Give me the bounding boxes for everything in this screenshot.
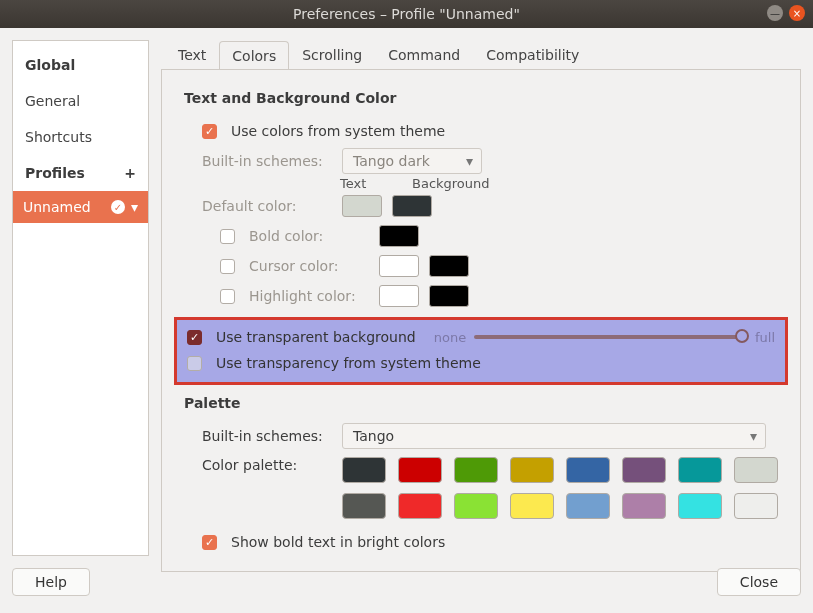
use-transparent-bg-checkbox[interactable]: ✓: [187, 330, 202, 345]
use-system-colors-row[interactable]: ✓ Use colors from system theme: [184, 116, 778, 146]
highlight-color-checkbox[interactable]: ✓: [220, 289, 235, 304]
minimize-button[interactable]: —: [767, 5, 783, 21]
built-in-schemes-label: Built-in schemes:: [202, 153, 332, 169]
palette-color[interactable]: [510, 457, 554, 483]
palette-color[interactable]: [622, 457, 666, 483]
color-palette-label: Color palette:: [202, 457, 332, 473]
slider-full-label: full: [755, 330, 775, 345]
window-buttons: — ×: [767, 5, 805, 21]
palette-row-2: [342, 493, 778, 519]
tab-colors[interactable]: Colors: [219, 41, 289, 70]
transparency-slider[interactable]: [474, 335, 747, 339]
palette-color[interactable]: [454, 493, 498, 519]
transparency-slider-thumb[interactable]: [735, 329, 749, 343]
column-header-background: Background: [412, 176, 490, 191]
use-system-colors-label: Use colors from system theme: [231, 123, 445, 139]
add-profile-button[interactable]: +: [124, 165, 136, 181]
tab-bar: Text Colors Scrolling Command Compatibil…: [161, 40, 801, 69]
cursor-text-color[interactable]: [379, 255, 419, 277]
use-transparent-bg-label: Use transparent background: [216, 329, 416, 345]
palette-scheme-dropdown[interactable]: Tango: [342, 423, 766, 449]
palette-color[interactable]: [510, 493, 554, 519]
cursor-bg-color[interactable]: [429, 255, 469, 277]
profile-menu-chevron-icon[interactable]: ▾: [131, 199, 138, 215]
bold-color-swatch[interactable]: [379, 225, 419, 247]
palette-color[interactable]: [342, 457, 386, 483]
use-transparent-bg-row[interactable]: ✓ Use transparent background none full: [187, 324, 775, 350]
active-profile-label: Unnamed: [23, 199, 91, 215]
palette-section-title: Palette: [184, 395, 778, 411]
use-transparency-theme-checkbox[interactable]: ✓: [187, 356, 202, 371]
use-system-colors-checkbox[interactable]: ✓: [202, 124, 217, 139]
palette-color[interactable]: [342, 493, 386, 519]
profile-check-icon: ✓: [111, 200, 125, 214]
palette-color[interactable]: [566, 493, 610, 519]
colors-panel: Text and Background Color ✓ Use colors f…: [161, 69, 801, 572]
sidebar: Global General Shortcuts Profiles + Unna…: [12, 40, 149, 556]
highlight-bg-color[interactable]: [429, 285, 469, 307]
palette-scheme-label: Built-in schemes:: [202, 428, 332, 444]
default-bg-color[interactable]: [392, 195, 432, 217]
transparency-highlight-box: ✓ Use transparent background none full ✓…: [174, 317, 788, 385]
palette-color[interactable]: [566, 457, 610, 483]
tab-text[interactable]: Text: [165, 40, 219, 69]
slider-none-label: none: [434, 330, 466, 345]
text-bg-section-title: Text and Background Color: [184, 90, 778, 106]
built-in-schemes-dropdown[interactable]: Tango dark: [342, 148, 482, 174]
close-button[interactable]: Close: [717, 568, 801, 596]
palette-color[interactable]: [678, 457, 722, 483]
show-bold-bright-row[interactable]: ✓ Show bold text in bright colors: [184, 527, 778, 557]
bold-color-label: Bold color:: [249, 228, 369, 244]
palette-color[interactable]: [734, 457, 778, 483]
use-transparency-theme-row[interactable]: ✓ Use transparency from system theme: [187, 350, 775, 376]
window-title: Preferences – Profile "Unnamed": [293, 6, 520, 22]
highlight-text-color[interactable]: [379, 285, 419, 307]
tab-scrolling[interactable]: Scrolling: [289, 40, 375, 69]
palette-row-1: [342, 457, 778, 483]
palette-color[interactable]: [678, 493, 722, 519]
default-text-color[interactable]: [342, 195, 382, 217]
show-bold-bright-checkbox[interactable]: ✓: [202, 535, 217, 550]
palette-color[interactable]: [398, 493, 442, 519]
default-color-label: Default color:: [202, 198, 332, 214]
sidebar-item-unnamed[interactable]: Unnamed ✓ ▾: [13, 191, 148, 223]
sidebar-global-label: Global: [25, 57, 75, 73]
use-transparency-theme-label: Use transparency from system theme: [216, 355, 481, 371]
column-header-text: Text: [340, 176, 388, 191]
sidebar-header-profiles: Profiles +: [13, 155, 148, 191]
close-window-button[interactable]: ×: [789, 5, 805, 21]
tab-command[interactable]: Command: [375, 40, 473, 69]
title-bar: Preferences – Profile "Unnamed" — ×: [0, 0, 813, 28]
sidebar-item-shortcuts[interactable]: Shortcuts: [13, 119, 148, 155]
sidebar-profiles-label: Profiles: [25, 165, 85, 181]
sidebar-item-general[interactable]: General: [13, 83, 148, 119]
highlight-color-label: Highlight color:: [249, 288, 369, 304]
cursor-color-label: Cursor color:: [249, 258, 369, 274]
help-button[interactable]: Help: [12, 568, 90, 596]
palette-color[interactable]: [398, 457, 442, 483]
tab-compatibility[interactable]: Compatibility: [473, 40, 592, 69]
bold-color-checkbox[interactable]: ✓: [220, 229, 235, 244]
palette-color[interactable]: [734, 493, 778, 519]
sidebar-header-global: Global: [13, 47, 148, 83]
show-bold-bright-label: Show bold text in bright colors: [231, 534, 445, 550]
cursor-color-checkbox[interactable]: ✓: [220, 259, 235, 274]
palette-color[interactable]: [454, 457, 498, 483]
palette-color[interactable]: [622, 493, 666, 519]
